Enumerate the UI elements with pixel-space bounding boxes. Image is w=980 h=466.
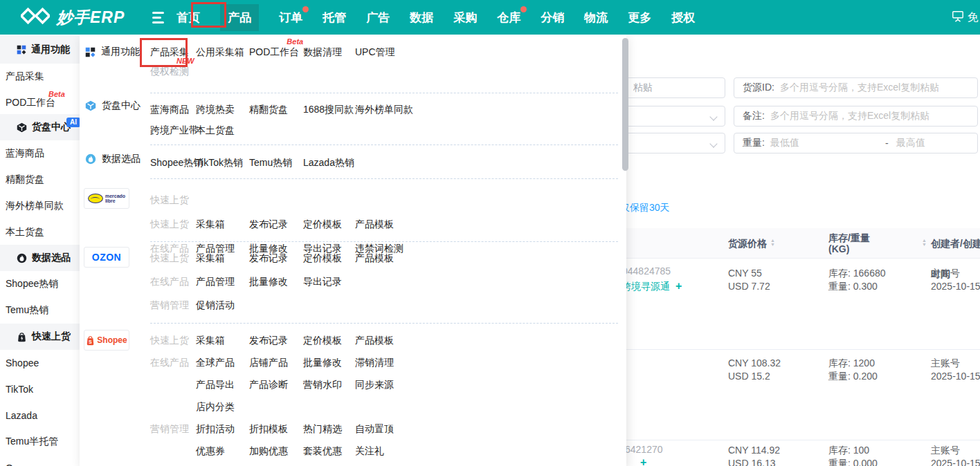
nav-product[interactable]: 产品 [220, 4, 259, 31]
training-link[interactable]: 免 [952, 0, 979, 35]
sidebar-item[interactable]: Temu半托管 [0, 429, 80, 455]
sidebar-group-general-header[interactable]: 通用功能 [0, 36, 80, 64]
weight-range-input[interactable]: 重量: 最低值 - 最高值 [734, 133, 978, 153]
sidebar-item[interactable]: 精翻货盘 [0, 167, 80, 193]
menu-section-pallet: 货盘中心 蓝海商品跨境热卖精翻货盘1688搜同款海外榜单同款 跨境产业带本土货盘 [150, 100, 619, 141]
menu-item[interactable]: 产品诊断 [249, 379, 288, 391]
nav-home[interactable]: 首页 [176, 10, 200, 26]
menu-item[interactable]: 折扣活动 [196, 423, 235, 436]
menu-item[interactable]: 跨境热卖 [196, 104, 235, 116]
menu-item[interactable]: 店内分类 [196, 401, 235, 413]
sidebar-item[interactable]: 产品采集 [0, 64, 80, 90]
mrow-shopee-4: 店内分类 [150, 396, 619, 418]
menu-item[interactable]: 定价模板 [303, 252, 342, 265]
menu-section-pallet-label: 货盘中心 [85, 100, 140, 112]
source-id: 044824785 [622, 265, 671, 277]
menu-item[interactable]: 采集箱 [196, 252, 225, 265]
nav-orders[interactable]: 订单 [279, 10, 302, 26]
sidebar-item[interactable]: Lazada [0, 402, 80, 429]
sidebar-group-quick-list-header[interactable]: 快速上货 [0, 324, 80, 350]
menu-item[interactable]: 套装优惠 [303, 445, 342, 458]
sidebar-item[interactable]: Temu热销 [0, 297, 80, 324]
sidebar-item[interactable]: Ozon [0, 455, 80, 466]
nav-data[interactable]: 数据 [410, 10, 433, 26]
menu-item[interactable]: 产品模板 [355, 252, 394, 265]
retention-link[interactable]: 仅保留30天 [620, 202, 670, 214]
source-tag-link[interactable]: 跨境寻源通+ [621, 280, 682, 293]
nav-hosting[interactable]: 托管 [323, 10, 346, 26]
menu-item[interactable]: 发布记录 [249, 218, 288, 231]
nav-purchase[interactable]: 采购 [453, 10, 477, 26]
menu-item[interactable]: 优惠券 [196, 445, 225, 458]
creator-cell: 主账号2025-10-15 [931, 267, 980, 293]
menu-item[interactable]: 自动置顶 [355, 423, 394, 436]
mercadolibre-handshake-icon [88, 194, 103, 203]
menu-item[interactable]: 产品导出 [196, 379, 235, 391]
sidebar-item[interactable]: 本土货盘 [0, 219, 80, 245]
menu-item[interactable]: UPC管理 [355, 46, 395, 59]
hamburger-menu-icon[interactable] [152, 12, 164, 24]
sidebar-group-pallet-header[interactable]: 货盘中心 AI [0, 114, 80, 140]
menu-item[interactable]: 店铺产品 [249, 357, 288, 369]
plus-icon[interactable]: + [640, 456, 646, 466]
menu-item[interactable]: 跨境产业带 [150, 124, 199, 137]
menu-item[interactable]: 侵权检测NEW [150, 66, 189, 78]
section-divider [150, 145, 618, 145]
menu-item[interactable]: 采集箱 [196, 218, 225, 231]
remark-input[interactable]: 备注: 多个用逗号分隔，支持Excel复制粘贴 [734, 106, 978, 127]
cube-icon [85, 100, 96, 111]
nav-more[interactable]: 更多 [628, 10, 651, 26]
sidebar-item[interactable]: TikTok [0, 376, 80, 402]
app-logo[interactable]: 妙手ERP [21, 7, 125, 28]
sidebar-group-data-pick: 数据选品 Shopee热销 Temu热销 [0, 245, 80, 324]
menu-item[interactable]: 本土货盘 [196, 124, 235, 137]
menu-item[interactable]: 发布记录 [249, 335, 288, 347]
nav-ads[interactable]: 广告 [366, 10, 390, 26]
menu-item[interactable]: POD工作台Beta [249, 46, 299, 59]
nav-logistics[interactable]: 物流 [584, 10, 608, 26]
sidebar-item[interactable]: POD工作台 Beta [0, 90, 80, 116]
menu-item[interactable]: 产品管理 [196, 276, 235, 288]
menu-item[interactable]: 全球产品 [196, 357, 235, 369]
menu-item[interactable]: 定价模板 [303, 218, 342, 231]
menu-item[interactable]: 导出记录 [303, 276, 342, 288]
menu-item[interactable]: 热门精选 [303, 423, 342, 436]
menu-item[interactable]: 产品模板 [355, 218, 394, 231]
menu-item[interactable]: 关注礼 [355, 445, 384, 458]
menu-scrollbar-thumb[interactable] [622, 38, 628, 171]
menu-item[interactable]: 数据清理 [303, 46, 342, 59]
sidebar-item[interactable]: 海外榜单同款 [0, 193, 80, 219]
menu-item[interactable]: 批量修改 [249, 276, 288, 288]
menu-item[interactable]: 发布记录 [249, 252, 288, 265]
menu-item[interactable]: 批量修改 [303, 357, 342, 369]
menu-item[interactable]: 加购优惠 [249, 445, 288, 458]
menu-item[interactable]: 营销水印 [303, 379, 342, 391]
menu-item[interactable]: 海外榜单同款 [355, 104, 413, 116]
menu-item[interactable]: 产品模板 [355, 335, 394, 347]
menu-item[interactable]: 促销活动 [196, 299, 235, 312]
menu-item[interactable]: 滞销清理 [355, 357, 394, 369]
menu-item[interactable]: 定价模板 [303, 335, 342, 347]
menu-item[interactable]: 蓝海商品 [150, 104, 189, 116]
menu-item[interactable]: 精翻货盘 [249, 104, 288, 116]
plus-icon[interactable]: + [675, 280, 682, 292]
menu-item[interactable]: Temu热销 [249, 157, 292, 169]
menu-item[interactable]: 1688搜同款 [303, 104, 354, 116]
nav-distribution[interactable]: 分销 [541, 10, 564, 26]
nav-warehouse[interactable]: 仓库 [497, 10, 520, 26]
sidebar-item[interactable]: Shopee热销 [0, 271, 80, 297]
sort-icon[interactable]: ▲▼ [770, 239, 775, 247]
sidebar-group-data-pick-header[interactable]: 数据选品 [0, 245, 80, 271]
menu-item[interactable]: TikTok热销 [196, 157, 243, 169]
source-id-input[interactable]: 货源ID: 多个用逗号分隔，支持Excel复制粘贴 [734, 77, 978, 98]
menu-item[interactable]: 采集箱 [196, 335, 225, 347]
menu-item[interactable]: 折扣模板 [249, 423, 288, 436]
sidebar-item[interactable]: Shopee [0, 350, 80, 376]
sidebar-item[interactable]: 蓝海商品 [0, 140, 80, 167]
menu-item[interactable]: Shopee热销 [150, 157, 203, 169]
menu-item[interactable]: 公用采集箱 [196, 46, 244, 59]
menu-item[interactable]: 同步来源 [355, 379, 394, 391]
nav-authorize[interactable]: 授权 [671, 10, 695, 26]
sort-icon[interactable]: ▲▼ [922, 239, 927, 247]
menu-item[interactable]: Lazada热销 [303, 157, 354, 169]
